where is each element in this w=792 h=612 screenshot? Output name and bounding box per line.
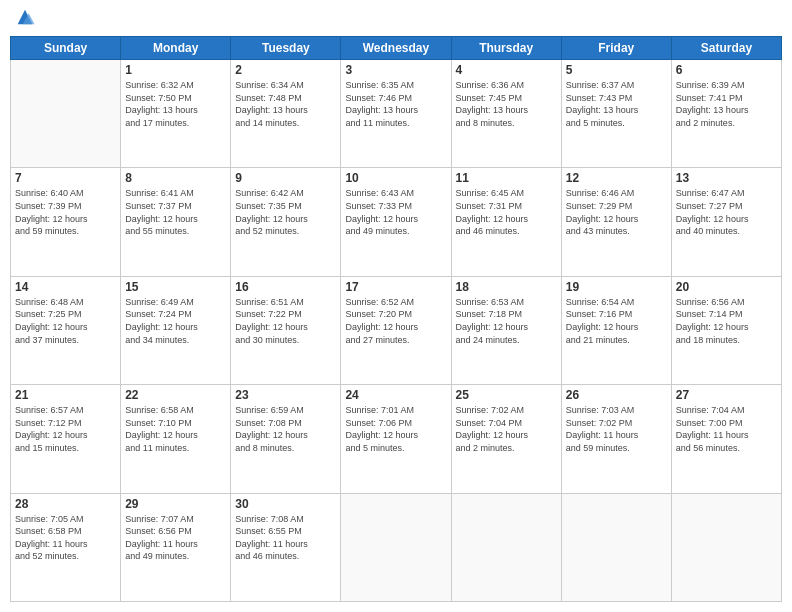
day-info: Sunrise: 6:32 AM Sunset: 7:50 PM Dayligh… [125,79,226,129]
day-number: 20 [676,280,777,294]
week-row-3: 14Sunrise: 6:48 AM Sunset: 7:25 PM Dayli… [11,276,782,384]
day-number: 24 [345,388,446,402]
day-cell: 3Sunrise: 6:35 AM Sunset: 7:46 PM Daylig… [341,60,451,168]
day-cell: 20Sunrise: 6:56 AM Sunset: 7:14 PM Dayli… [671,276,781,384]
day-cell: 7Sunrise: 6:40 AM Sunset: 7:39 PM Daylig… [11,168,121,276]
week-row-1: 1Sunrise: 6:32 AM Sunset: 7:50 PM Daylig… [11,60,782,168]
day-info: Sunrise: 6:41 AM Sunset: 7:37 PM Dayligh… [125,187,226,237]
day-info: Sunrise: 7:08 AM Sunset: 6:55 PM Dayligh… [235,513,336,563]
day-number: 30 [235,497,336,511]
day-cell: 10Sunrise: 6:43 AM Sunset: 7:33 PM Dayli… [341,168,451,276]
day-info: Sunrise: 6:58 AM Sunset: 7:10 PM Dayligh… [125,404,226,454]
day-cell: 22Sunrise: 6:58 AM Sunset: 7:10 PM Dayli… [121,385,231,493]
day-cell: 6Sunrise: 6:39 AM Sunset: 7:41 PM Daylig… [671,60,781,168]
day-cell: 24Sunrise: 7:01 AM Sunset: 7:06 PM Dayli… [341,385,451,493]
weekday-saturday: Saturday [671,37,781,60]
day-cell: 1Sunrise: 6:32 AM Sunset: 7:50 PM Daylig… [121,60,231,168]
week-row-4: 21Sunrise: 6:57 AM Sunset: 7:12 PM Dayli… [11,385,782,493]
day-cell: 16Sunrise: 6:51 AM Sunset: 7:22 PM Dayli… [231,276,341,384]
day-cell [451,493,561,601]
day-cell: 5Sunrise: 6:37 AM Sunset: 7:43 PM Daylig… [561,60,671,168]
day-cell: 13Sunrise: 6:47 AM Sunset: 7:27 PM Dayli… [671,168,781,276]
day-info: Sunrise: 6:43 AM Sunset: 7:33 PM Dayligh… [345,187,446,237]
day-number: 8 [125,171,226,185]
day-number: 27 [676,388,777,402]
day-info: Sunrise: 6:37 AM Sunset: 7:43 PM Dayligh… [566,79,667,129]
day-number: 29 [125,497,226,511]
day-cell: 29Sunrise: 7:07 AM Sunset: 6:56 PM Dayli… [121,493,231,601]
day-number: 2 [235,63,336,77]
day-cell: 2Sunrise: 6:34 AM Sunset: 7:48 PM Daylig… [231,60,341,168]
day-info: Sunrise: 6:46 AM Sunset: 7:29 PM Dayligh… [566,187,667,237]
day-info: Sunrise: 6:45 AM Sunset: 7:31 PM Dayligh… [456,187,557,237]
day-number: 4 [456,63,557,77]
day-number: 13 [676,171,777,185]
day-info: Sunrise: 7:02 AM Sunset: 7:04 PM Dayligh… [456,404,557,454]
day-number: 6 [676,63,777,77]
day-number: 11 [456,171,557,185]
day-number: 18 [456,280,557,294]
day-cell: 8Sunrise: 6:41 AM Sunset: 7:37 PM Daylig… [121,168,231,276]
day-info: Sunrise: 6:49 AM Sunset: 7:24 PM Dayligh… [125,296,226,346]
day-cell: 14Sunrise: 6:48 AM Sunset: 7:25 PM Dayli… [11,276,121,384]
logo-icon [14,6,36,28]
day-info: Sunrise: 6:57 AM Sunset: 7:12 PM Dayligh… [15,404,116,454]
weekday-header-row: SundayMondayTuesdayWednesdayThursdayFrid… [11,37,782,60]
day-info: Sunrise: 6:52 AM Sunset: 7:20 PM Dayligh… [345,296,446,346]
logo [10,10,36,28]
day-number: 17 [345,280,446,294]
day-number: 14 [15,280,116,294]
day-number: 25 [456,388,557,402]
day-number: 9 [235,171,336,185]
day-cell: 17Sunrise: 6:52 AM Sunset: 7:20 PM Dayli… [341,276,451,384]
day-info: Sunrise: 6:51 AM Sunset: 7:22 PM Dayligh… [235,296,336,346]
day-cell: 21Sunrise: 6:57 AM Sunset: 7:12 PM Dayli… [11,385,121,493]
day-cell: 15Sunrise: 6:49 AM Sunset: 7:24 PM Dayli… [121,276,231,384]
weekday-wednesday: Wednesday [341,37,451,60]
day-number: 7 [15,171,116,185]
day-number: 5 [566,63,667,77]
day-info: Sunrise: 6:42 AM Sunset: 7:35 PM Dayligh… [235,187,336,237]
day-info: Sunrise: 7:05 AM Sunset: 6:58 PM Dayligh… [15,513,116,563]
weekday-friday: Friday [561,37,671,60]
day-number: 1 [125,63,226,77]
day-cell: 27Sunrise: 7:04 AM Sunset: 7:00 PM Dayli… [671,385,781,493]
week-row-5: 28Sunrise: 7:05 AM Sunset: 6:58 PM Dayli… [11,493,782,601]
day-info: Sunrise: 6:40 AM Sunset: 7:39 PM Dayligh… [15,187,116,237]
day-cell: 11Sunrise: 6:45 AM Sunset: 7:31 PM Dayli… [451,168,561,276]
day-cell: 12Sunrise: 6:46 AM Sunset: 7:29 PM Dayli… [561,168,671,276]
calendar-table: SundayMondayTuesdayWednesdayThursdayFrid… [10,36,782,602]
day-cell: 19Sunrise: 6:54 AM Sunset: 7:16 PM Dayli… [561,276,671,384]
day-number: 21 [15,388,116,402]
day-info: Sunrise: 6:34 AM Sunset: 7:48 PM Dayligh… [235,79,336,129]
day-cell: 28Sunrise: 7:05 AM Sunset: 6:58 PM Dayli… [11,493,121,601]
weekday-monday: Monday [121,37,231,60]
weekday-thursday: Thursday [451,37,561,60]
day-cell: 18Sunrise: 6:53 AM Sunset: 7:18 PM Dayli… [451,276,561,384]
day-info: Sunrise: 7:01 AM Sunset: 7:06 PM Dayligh… [345,404,446,454]
day-number: 3 [345,63,446,77]
day-number: 28 [15,497,116,511]
day-cell [561,493,671,601]
day-cell: 23Sunrise: 6:59 AM Sunset: 7:08 PM Dayli… [231,385,341,493]
day-info: Sunrise: 6:39 AM Sunset: 7:41 PM Dayligh… [676,79,777,129]
day-info: Sunrise: 6:48 AM Sunset: 7:25 PM Dayligh… [15,296,116,346]
day-info: Sunrise: 6:35 AM Sunset: 7:46 PM Dayligh… [345,79,446,129]
day-cell [671,493,781,601]
day-number: 22 [125,388,226,402]
day-info: Sunrise: 6:54 AM Sunset: 7:16 PM Dayligh… [566,296,667,346]
day-cell: 30Sunrise: 7:08 AM Sunset: 6:55 PM Dayli… [231,493,341,601]
week-row-2: 7Sunrise: 6:40 AM Sunset: 7:39 PM Daylig… [11,168,782,276]
day-cell: 25Sunrise: 7:02 AM Sunset: 7:04 PM Dayli… [451,385,561,493]
day-cell: 4Sunrise: 6:36 AM Sunset: 7:45 PM Daylig… [451,60,561,168]
day-cell [11,60,121,168]
day-number: 12 [566,171,667,185]
day-number: 16 [235,280,336,294]
day-info: Sunrise: 7:07 AM Sunset: 6:56 PM Dayligh… [125,513,226,563]
day-number: 10 [345,171,446,185]
day-info: Sunrise: 6:53 AM Sunset: 7:18 PM Dayligh… [456,296,557,346]
day-number: 23 [235,388,336,402]
day-info: Sunrise: 6:36 AM Sunset: 7:45 PM Dayligh… [456,79,557,129]
day-cell: 26Sunrise: 7:03 AM Sunset: 7:02 PM Dayli… [561,385,671,493]
weekday-tuesday: Tuesday [231,37,341,60]
